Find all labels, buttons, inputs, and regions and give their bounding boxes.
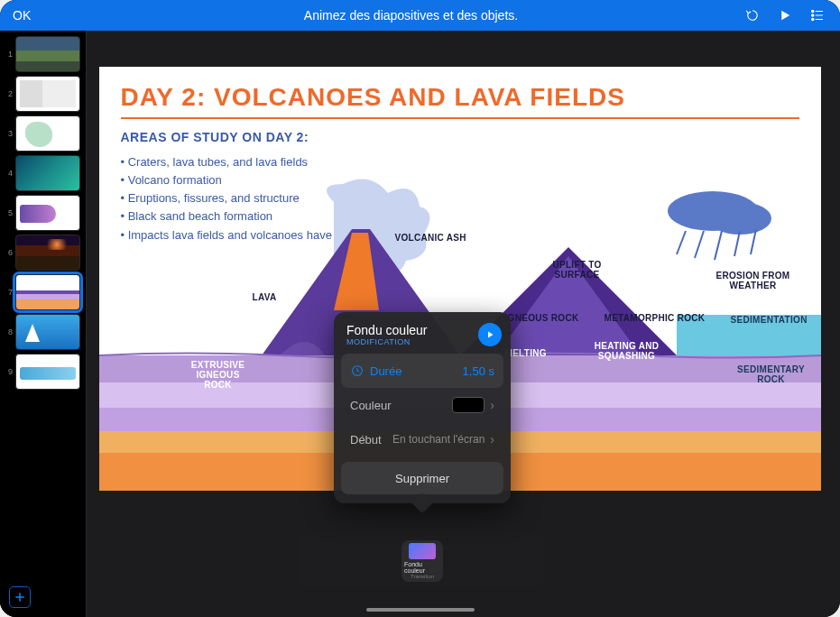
slide-number: 7 (2, 288, 13, 297)
slide-subtitle[interactable]: AREAS OF STUDY ON DAY 2: (121, 130, 309, 144)
delete-button[interactable]: Supprimer (341, 462, 503, 494)
svg-point-3 (812, 14, 814, 16)
color-label: Couleur (350, 399, 392, 412)
slide-navigator[interactable]: 1 2 3 4 5 6 7 8 9 (0, 31, 87, 617)
ok-button[interactable]: OK (13, 8, 31, 23)
popover-subtitle: MODIFICATION (346, 337, 478, 346)
start-label: Début (350, 433, 382, 447)
slide-thumbnail-9[interactable] (15, 354, 80, 390)
keynote-app-window: OK Animez des diapositives et des objets… (0, 0, 840, 617)
slide-thumbnail-7[interactable] (15, 274, 80, 310)
slide-number: 9 (2, 367, 13, 376)
start-row[interactable]: Début En touchant l'écran › (341, 422, 503, 456)
start-value: En touchant l'écran (392, 433, 485, 446)
duration-label: Durée (370, 364, 402, 378)
add-slide-button[interactable] (9, 586, 31, 608)
slide-thumbnail-3[interactable] (15, 115, 80, 152)
label-lava: LAVA (253, 292, 277, 302)
slide-number: 8 (2, 327, 13, 336)
slide-number: 6 (2, 248, 13, 257)
toolbar-title: Animez des diapositives et des objets. (90, 8, 732, 23)
label-volcanic-ash: VOLCANIC ASH (395, 233, 466, 243)
label-melting: MELTING (505, 348, 547, 358)
transition-swatch-icon (409, 543, 436, 559)
slide-number: 5 (2, 208, 13, 217)
svg-point-5 (812, 18, 814, 20)
undo-icon[interactable] (744, 7, 761, 23)
svg-line-12 (695, 231, 704, 258)
bullet-item: Craters, lava tubes, and lava fields (121, 153, 393, 171)
preview-button[interactable] (478, 323, 502, 346)
label-sedimentation: SEDIMENTATION (731, 315, 808, 325)
label-erosion: EROSION FROM WEATHER (695, 271, 812, 290)
label-extrusive-igneous: EXTRUSIVE IGNEOUS ROCK (182, 360, 254, 390)
label-heating: HEATING AND SQUASHING (591, 341, 663, 361)
home-indicator[interactable] (366, 608, 475, 612)
slide-thumbnail-1[interactable] (15, 36, 80, 72)
svg-line-13 (715, 231, 722, 260)
transition-chip[interactable]: Fondu couleur Transition (402, 540, 443, 582)
svg-point-10 (708, 202, 771, 235)
clock-icon (350, 364, 365, 378)
slide-number: 3 (2, 129, 13, 138)
slide-thumbnail-2[interactable] (15, 76, 80, 112)
chevron-right-icon: › (490, 432, 494, 447)
slide-thumbnail-4[interactable] (15, 155, 80, 191)
svg-marker-26 (488, 332, 494, 338)
slide-thumbnail-5[interactable] (15, 195, 80, 231)
label-uplift: UPLIFT TO SURFACE (550, 260, 605, 280)
slide-number: 1 (2, 50, 13, 59)
label-igneous: IGNEOUS ROCK (505, 313, 579, 323)
svg-line-11 (677, 231, 686, 254)
transition-chip-name: Fondu couleur (404, 561, 440, 574)
title-divider (121, 117, 799, 119)
color-row[interactable]: Couleur › (341, 388, 503, 422)
top-toolbar: OK Animez des diapositives et des objets… (0, 0, 840, 31)
color-swatch (452, 397, 485, 413)
svg-point-1 (812, 10, 814, 12)
transition-chip-sub: Transition (411, 574, 434, 579)
chevron-right-icon: › (490, 398, 494, 412)
duration-value: 1,50 s (463, 364, 494, 378)
svg-marker-0 (781, 11, 789, 21)
slide-thumbnail-8[interactable] (15, 314, 80, 350)
slide-number: 2 (2, 89, 13, 98)
label-sedimentary: SEDIMENTARY ROCK (731, 364, 812, 384)
play-icon[interactable] (777, 7, 793, 23)
slide-title[interactable]: DAY 2: VOLCANOES AND LAVA FIELDS (121, 83, 799, 112)
transition-bar[interactable]: Fondu couleur Transition (300, 534, 545, 588)
transition-settings-popover: Fondu couleur MODIFICATION Durée 1,50 s … (334, 312, 511, 503)
label-metamorphic: METAMORPHIC ROCK (605, 313, 706, 323)
duration-row[interactable]: Durée 1,50 s (341, 354, 503, 388)
slide-thumbnail-6[interactable] (15, 235, 80, 271)
popover-title: Fondu couleur (346, 323, 478, 337)
slide-number: 4 (2, 169, 13, 178)
svg-line-14 (734, 231, 740, 256)
build-order-icon[interactable] (809, 7, 826, 23)
